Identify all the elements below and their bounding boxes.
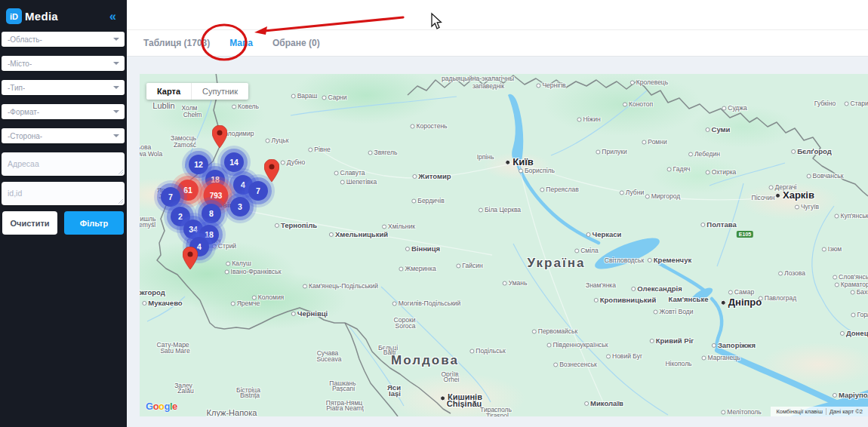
map-place-label: Київ <box>505 156 534 167</box>
tab[interactable]: Мапа <box>229 38 253 48</box>
filter-dropdown-label: -Формат- <box>8 108 39 116</box>
marker-cluster[interactable]: 14 <box>224 152 244 172</box>
map-place-label: Клуж-Напока <box>207 408 257 416</box>
marker-cluster[interactable]: 8 <box>202 204 221 223</box>
map-type-map-button[interactable]: Карта <box>146 83 191 100</box>
map-place-label: Lublin <box>152 101 174 110</box>
map-place-label: Пісочин <box>752 194 775 201</box>
chevron-down-icon <box>113 62 119 65</box>
keyboard-shortcuts-link[interactable]: Комбінації клавіш <box>773 408 826 415</box>
marker-cluster[interactable]: 12 <box>189 155 208 174</box>
map-place-label: Вовчанськ <box>807 172 844 180</box>
tab[interactable]: Таблиця (1703) <box>143 38 210 48</box>
map-type-satellite-button[interactable]: Супутник <box>191 83 248 100</box>
map-place-label: Ужгород <box>140 288 165 296</box>
map-place-label: Pașcani <box>332 385 355 392</box>
filter-button[interactable]: Фільтр <box>64 211 124 235</box>
map-canvas[interactable]: LublinХолмChełmКовельВарашСарнирадыяцыйн… <box>140 74 868 416</box>
map-pin-icon[interactable] <box>264 159 279 185</box>
map-pin-icon[interactable] <box>212 125 227 151</box>
clear-button[interactable]: Очистити <box>2 211 57 235</box>
chevron-down-icon <box>113 110 119 113</box>
map-place-label: Харків <box>775 189 814 201</box>
filter-dropdown[interactable]: -Тип- <box>2 80 125 95</box>
filter-dropdown-label: -Область- <box>8 35 42 44</box>
map-place-label: Хмельницький <box>329 230 388 238</box>
map-place-label: Сміла <box>574 247 599 254</box>
map-place-label: Сарни <box>322 94 346 101</box>
map-place-label: Павлоград <box>759 294 796 302</box>
map-place-label: Бєлґород <box>791 147 832 155</box>
map-place-label: Черкаси <box>586 230 622 238</box>
map-place-label: Яремче <box>231 300 260 307</box>
map-place-label: Soroca <box>396 322 416 330</box>
google-logo-letter: o <box>159 401 164 412</box>
map-geography <box>140 74 868 416</box>
map-place-label: Chișinău <box>447 399 482 408</box>
map-place-label: Tiraspol <box>486 412 509 417</box>
map-place-label: wa Wola <box>140 150 162 158</box>
map-place-label: Ізюм <box>822 245 842 253</box>
map-place-label: Piatra Neamț <box>326 404 364 412</box>
map-place-label: Бахмут <box>851 288 868 296</box>
map-place-label: Первомайськ <box>532 327 577 335</box>
map-place-label: E105 <box>737 231 753 238</box>
google-logo-letter: o <box>153 401 159 412</box>
filter-dropdown[interactable]: -Сторона- <box>2 128 125 143</box>
map-place-label: Коростень <box>410 122 447 130</box>
map-place-label: Полтава <box>700 220 736 229</box>
marker-cluster[interactable]: 7 <box>161 187 180 207</box>
map-place-label: Хмільник <box>382 223 415 230</box>
map-place-label: Orhei <box>444 376 460 383</box>
map-place-label: Мукачево <box>142 299 182 307</box>
marker-cluster[interactable]: 3 <box>230 197 250 217</box>
filter-dropdown[interactable]: -Формат- <box>2 104 125 119</box>
map-place-label: Південноукраїнськ <box>546 341 608 349</box>
map-place-label: Вінниця <box>405 244 440 253</box>
map-place-label: Калуш <box>226 260 251 267</box>
chevron-down-icon <box>113 38 119 41</box>
map-place-label: Кролевець <box>630 78 668 86</box>
map-place-label: Молдова <box>391 353 459 368</box>
map-place-label: Жмеринка <box>399 265 436 272</box>
sidebar-collapse-icon[interactable]: « <box>109 11 116 23</box>
filter-dropdown[interactable]: -Місто- <box>2 56 125 71</box>
resize-grip-icon[interactable] <box>118 198 123 204</box>
map-pin-icon[interactable] <box>183 247 198 272</box>
map-place-label: Знам'янка <box>586 281 616 289</box>
map-place-label: Гадяч <box>667 165 691 173</box>
map-place-label: Суми <box>706 125 731 134</box>
map-data-copyright: Дані карт ©2 <box>826 408 866 415</box>
tab[interactable]: Обране (0) <box>272 38 320 48</box>
map-place-label: Стрий <box>212 242 236 250</box>
map-place-label: Куп'янськ <box>834 212 868 220</box>
map-place-label: Чугуїв <box>795 203 819 210</box>
map-type-control: Карта Супутник <box>146 83 248 100</box>
map-place-label: Переяслав <box>540 186 578 193</box>
filter-textarea[interactable]: id,id <box>2 182 125 205</box>
filter-dropdown-label: -Сторона- <box>8 132 42 140</box>
map-place-label: Чернігів <box>536 81 565 89</box>
filter-dropdown[interactable]: -Область- <box>2 32 125 47</box>
main-content: Таблиця (1703)МапаОбране (0) <box>127 0 868 427</box>
map-place-label: Прилуки <box>596 148 626 155</box>
sidebar: iD Media « -Область- -Місто- -Тип- -Форм… <box>0 0 127 427</box>
map-place-label: Тернопіль <box>275 221 317 229</box>
map-place-label: Шепетівка <box>340 178 377 186</box>
map-place-label: Ірпінь <box>477 153 494 161</box>
map-place-label: Горлівка <box>851 311 868 318</box>
map-place-label: Краматорськ <box>835 281 868 288</box>
textarea-placeholder: Адресаа <box>8 159 39 168</box>
marker-cluster[interactable]: 61 <box>177 180 199 201</box>
resize-grip-icon[interactable] <box>118 169 123 174</box>
map-place-label: Біла Церква <box>479 206 521 214</box>
logo-text: Media <box>25 10 58 23</box>
filter-textarea[interactable]: Адресаа <box>2 152 125 176</box>
map-place-label: Миколаїв <box>584 399 623 407</box>
map-place-label: Zamość <box>174 141 196 149</box>
top-bar <box>127 0 868 30</box>
map-place-label: Луцьк <box>266 137 289 144</box>
map-place-label: Кам'янець-Подільський <box>303 282 378 290</box>
map-place-label: Марганець <box>702 354 740 361</box>
map-place-label: Ковель <box>232 103 259 110</box>
